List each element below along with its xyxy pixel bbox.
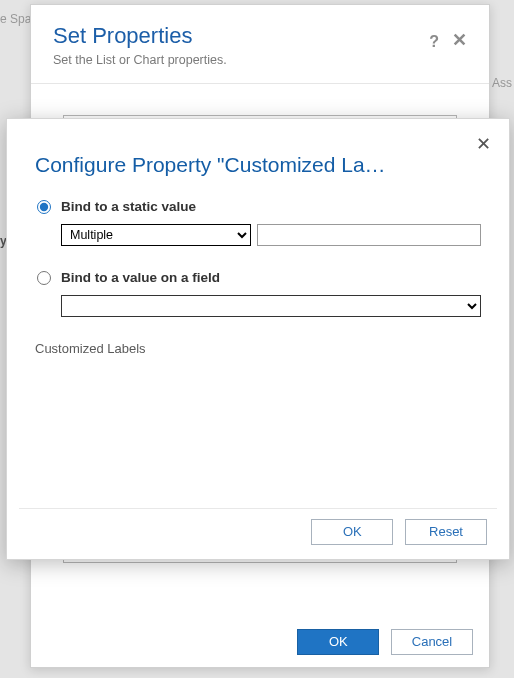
footer-separator: [19, 508, 497, 509]
help-icon[interactable]: ?: [429, 33, 439, 51]
close-icon[interactable]: ✕: [452, 31, 467, 49]
ok-button[interactable]: OK: [297, 629, 379, 655]
field-value-select[interactable]: [61, 295, 481, 317]
static-value-input[interactable]: [257, 224, 481, 246]
bind-static-fields: Multiple: [61, 224, 481, 246]
static-value-select[interactable]: Multiple: [61, 224, 251, 246]
customized-labels-text: Customized Labels: [35, 341, 481, 356]
set-properties-subtitle: Set the List or Chart properties.: [53, 53, 467, 67]
close-icon[interactable]: ✕: [476, 135, 491, 153]
set-properties-header: Set Properties Set the List or Chart pro…: [31, 5, 489, 84]
bg-text-assistant: Ass: [492, 76, 512, 90]
bind-field-option-row: Bind to a value on a field: [35, 270, 481, 285]
bg-text-left-spa: e Spa: [0, 12, 31, 26]
ok-button[interactable]: OK: [311, 519, 393, 545]
set-properties-footer: OK Cancel: [47, 619, 473, 655]
bind-field-radio[interactable]: [37, 271, 51, 285]
bind-field-fields: [61, 295, 481, 317]
set-properties-title: Set Properties: [53, 23, 467, 49]
configure-property-dialog: ✕ Configure Property "Customized La… Bin…: [6, 118, 510, 560]
reset-button[interactable]: Reset: [405, 519, 487, 545]
bind-static-label: Bind to a static value: [61, 199, 196, 214]
cancel-button[interactable]: Cancel: [391, 629, 473, 655]
bind-static-radio[interactable]: [37, 200, 51, 214]
configure-property-footer: OK Reset: [303, 519, 487, 545]
bind-static-option-row: Bind to a static value: [35, 199, 481, 214]
bind-field-label: Bind to a value on a field: [61, 270, 220, 285]
configure-property-title: Configure Property "Customized La…: [35, 153, 481, 177]
